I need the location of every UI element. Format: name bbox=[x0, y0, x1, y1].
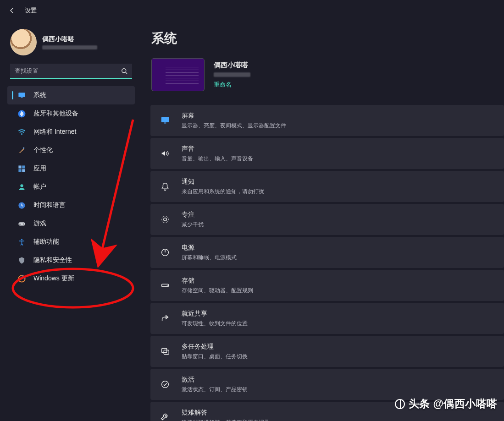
card-subtitle: 贴靠窗口、桌面、任务切换 bbox=[182, 353, 248, 361]
device-name: 偶西小嗒嗒 bbox=[214, 61, 250, 70]
watermark-text: 头条 @偶西小嗒嗒 bbox=[409, 397, 498, 411]
device-subline-redacted bbox=[214, 72, 250, 77]
watermark: 头条 @偶西小嗒嗒 bbox=[395, 397, 498, 411]
card-subtitle: 可发现性、收到文件的位置 bbox=[182, 320, 248, 328]
card-storage[interactable]: 存储 存储空间、驱动器、配置规则 bbox=[150, 270, 504, 301]
rename-link[interactable]: 重命名 bbox=[214, 81, 250, 89]
profile-subline-redacted bbox=[42, 45, 97, 49]
card-sound[interactable]: 声音 音量、输出、输入、声音设备 bbox=[150, 138, 504, 169]
nav-item-label: Windows 更新 bbox=[33, 274, 74, 283]
search-icon bbox=[120, 67, 128, 75]
back-button[interactable] bbox=[4, 2, 20, 19]
gamepad-icon bbox=[17, 219, 26, 228]
avatar bbox=[10, 29, 37, 55]
nav-item-label: 网络和 Internet bbox=[33, 128, 76, 136]
nav-item-bluetooth[interactable]: 蓝牙和其他设备 bbox=[7, 104, 135, 123]
nav-item-label: 帐户 bbox=[33, 183, 46, 191]
card-title: 就近共享 bbox=[182, 310, 248, 318]
nav-item-gaming[interactable]: 游戏 bbox=[7, 214, 135, 233]
card-title: 声音 bbox=[182, 145, 253, 153]
nav-item-personalize[interactable]: 个性化 bbox=[7, 141, 135, 159]
nav-item-label: 个性化 bbox=[33, 146, 53, 154]
search-box[interactable] bbox=[10, 64, 132, 79]
nav-item-privacy[interactable]: 隐私和安全性 bbox=[7, 251, 135, 269]
card-display[interactable]: 屏幕 显示器、亮度、夜间模式、显示器配置文件 bbox=[150, 105, 504, 136]
page-heading: 系统 bbox=[151, 30, 504, 47]
nav-item-system[interactable]: 系统 bbox=[7, 86, 135, 104]
nav-item-label: 游戏 bbox=[33, 219, 46, 228]
nav-item-label: 辅助功能 bbox=[33, 238, 59, 246]
card-share[interactable]: 就近共享 可发现性、收到文件的位置 bbox=[150, 303, 504, 334]
multitask-icon bbox=[160, 346, 171, 357]
nav-item-label: 系统 bbox=[33, 91, 46, 99]
settings-card-list: 屏幕 显示器、亮度、夜间模式、显示器配置文件 声音 音量、输出、输入、声音设备 … bbox=[150, 105, 504, 421]
nav-item-accounts[interactable]: 帐户 bbox=[7, 178, 135, 196]
watermark-icon bbox=[395, 399, 405, 409]
share-icon bbox=[160, 313, 171, 324]
card-subtitle: 激活状态、订阅、产品密钥 bbox=[182, 386, 248, 394]
card-subtitle: 建议的疑难解答、首选项和历史记录 bbox=[182, 419, 270, 421]
window-title: 设置 bbox=[25, 6, 37, 15]
card-title: 屏幕 bbox=[182, 112, 286, 120]
nav-item-label: 蓝牙和其他设备 bbox=[33, 109, 78, 118]
card-multitask[interactable]: 多任务处理 贴靠窗口、桌面、任务切换 bbox=[150, 336, 504, 367]
card-subtitle: 显示器、亮度、夜间模式、显示器配置文件 bbox=[182, 122, 286, 130]
monitor-icon bbox=[17, 91, 26, 100]
profile-name: 偶西小嗒嗒 bbox=[42, 35, 97, 44]
device-thumbnail[interactable] bbox=[151, 58, 205, 91]
card-title: 疑难解答 bbox=[182, 409, 270, 417]
wrench-icon bbox=[160, 412, 171, 421]
nav-list: 系统 蓝牙和其他设备 网络和 Internet 个性化 应用 帐户 时间和语言 … bbox=[5, 86, 138, 288]
card-title: 多任务处理 bbox=[182, 343, 248, 351]
focus-icon bbox=[160, 214, 171, 225]
nav-item-update[interactable]: Windows 更新 bbox=[7, 269, 135, 288]
sidebar: 偶西小嗒嗒 系统 蓝牙和其他设备 网络和 Internet 个性化 应用 帐户 … bbox=[0, 21, 142, 421]
card-title: 存储 bbox=[182, 277, 253, 285]
apps-icon bbox=[17, 164, 26, 173]
card-subtitle: 屏幕和睡眠、电源模式 bbox=[182, 254, 237, 262]
storage-icon bbox=[160, 280, 171, 291]
card-title: 电源 bbox=[182, 244, 237, 252]
bell-icon bbox=[160, 181, 171, 192]
brush-icon bbox=[17, 146, 26, 155]
nav-item-network[interactable]: 网络和 Internet bbox=[7, 123, 135, 141]
check-icon bbox=[160, 379, 171, 390]
card-subtitle: 来自应用和系统的通知，请勿打扰 bbox=[182, 188, 264, 196]
main-panel: 系统 偶西小嗒嗒 重命名 屏幕 显示器、亮度、夜间模式、显示器配置文件 声音 音… bbox=[142, 21, 504, 421]
card-activate[interactable]: 激活 激活状态、订阅、产品密钥 bbox=[150, 369, 504, 400]
bluetooth-icon bbox=[17, 109, 26, 118]
nav-item-label: 隐私和安全性 bbox=[33, 256, 72, 264]
clock-icon bbox=[17, 201, 26, 210]
nav-item-label: 时间和语言 bbox=[33, 201, 66, 209]
nav-item-apps[interactable]: 应用 bbox=[7, 159, 135, 178]
search-input[interactable] bbox=[14, 67, 120, 75]
power-icon bbox=[160, 247, 171, 258]
sound-icon bbox=[160, 148, 171, 159]
card-title: 专注 bbox=[182, 211, 204, 219]
access-icon bbox=[17, 237, 26, 246]
device-header: 偶西小嗒嗒 重命名 bbox=[150, 58, 504, 105]
monitor-icon bbox=[160, 115, 171, 126]
nav-item-accessibility[interactable]: 辅助功能 bbox=[7, 233, 135, 251]
wifi-icon bbox=[17, 127, 26, 137]
card-title: 通知 bbox=[182, 178, 264, 186]
shield-icon bbox=[17, 256, 26, 265]
card-power[interactable]: 电源 屏幕和睡眠、电源模式 bbox=[150, 237, 504, 268]
card-subtitle: 音量、输出、输入、声音设备 bbox=[182, 155, 253, 163]
card-focus[interactable]: 专注 减少干扰 bbox=[150, 204, 504, 235]
profile-block[interactable]: 偶西小嗒嗒 bbox=[5, 24, 138, 64]
card-subtitle: 存储空间、驱动器、配置规则 bbox=[182, 287, 253, 295]
update-icon bbox=[17, 274, 26, 283]
card-subtitle: 减少干扰 bbox=[182, 221, 204, 229]
person-icon bbox=[17, 182, 26, 191]
card-title: 激活 bbox=[182, 376, 248, 384]
nav-item-label: 应用 bbox=[33, 164, 46, 173]
card-notify[interactable]: 通知 来自应用和系统的通知，请勿打扰 bbox=[150, 171, 504, 202]
titlebar: 设置 bbox=[0, 0, 504, 21]
nav-item-time[interactable]: 时间和语言 bbox=[7, 196, 135, 214]
